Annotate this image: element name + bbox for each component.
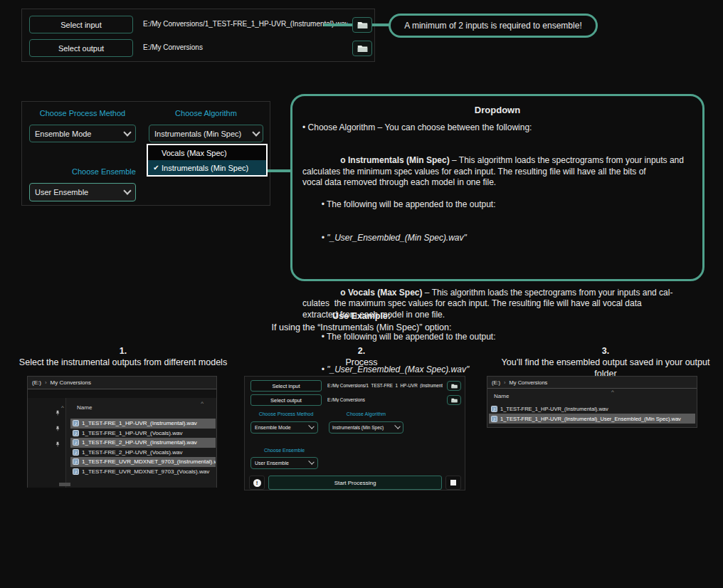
browse-input-button[interactable]: [352, 17, 372, 33]
check-icon: ✔: [151, 164, 162, 172]
folder-icon: [451, 384, 458, 389]
file-row[interactable]: 1_TEST-FRE_1_HP-UVR_(Instrumental).wav: [70, 419, 216, 429]
audio-file-icon: [73, 468, 79, 475]
algorithm-dropdown-list: Vocals (Max Spec) ✔ Instrumentals (Min S…: [147, 144, 268, 177]
nav-pane: ^: [28, 398, 66, 488]
pin-icon: [55, 421, 60, 427]
process-method-label: Choose Process Method: [29, 109, 136, 117]
ensemble-dropdown[interactable]: User Ensemble: [250, 457, 318, 469]
breadcrumb[interactable]: (E:) › My Conversions: [28, 377, 216, 389]
ensemble-dropdown[interactable]: User Ensemble: [29, 183, 136, 201]
min-spec-heading: o Instrumentals (Min Spec): [340, 155, 449, 165]
file-row[interactable]: 1_TEST-FRE_1_HP-UVR_(Vocals).wav: [70, 429, 216, 439]
ensemble-label: Choose Ensemble: [51, 167, 157, 176]
file-row[interactable]: 1_TEST-FRE_2_HP-UVR_(Instrumental).wav: [70, 438, 216, 448]
info-button[interactable]: !: [249, 476, 265, 490]
chevron-down-icon: [308, 423, 314, 429]
min-spec-output-suffix: • "_User_Ensembled_(Min Spec).wav": [302, 233, 697, 244]
breadcrumb-folder[interactable]: My Conversions: [51, 379, 91, 386]
max-spec-heading: o Vocals (Max Spec): [340, 288, 422, 298]
folder-icon: [357, 45, 368, 53]
info-section-max-spec: o Vocals (Max Spec) – This algorithm loa…: [302, 276, 697, 398]
file-name: 1_TEST-FRE_2_HP-UVR_(Vocals).wav: [82, 449, 182, 456]
folder-icon: [451, 398, 458, 403]
audio-file-icon: [73, 449, 79, 456]
file-list: 1_TEST-FRE_1_HP-UVR_(Instrumental).wav 1…: [489, 404, 695, 424]
file-name: 1_TEST-FRE_1_HP-UVR_(Instrumental).wav: [500, 406, 608, 412]
sort-ascending-icon[interactable]: ^: [201, 400, 204, 406]
dropdown-option[interactable]: ✔ Instrumentals (Min Spec): [148, 160, 266, 175]
audio-file-icon: [73, 430, 79, 436]
browse-output-button[interactable]: [447, 395, 461, 405]
ensemble-value: User Ensemble: [35, 188, 88, 196]
infobox-connector-line: [264, 169, 290, 172]
file-name: 1_TEST-FRE_1_HP-UVR_(Vocals).wav: [82, 430, 182, 436]
start-processing-button[interactable]: Start Processing: [268, 476, 442, 490]
explorer-step1: (E:) › My Conversions ^ Name ^: [27, 376, 217, 488]
audio-file-icon: [491, 406, 497, 412]
file-name: 1_TEST-FRE_UVR_MDXNET_9703_(Vocals).wav: [82, 468, 209, 475]
option-label: Instrumentals (Min Spec): [162, 164, 248, 172]
uvr-ensemble-guide: Select input E:/My Conversions/1_TEST-FR…: [0, 0, 723, 588]
algorithm-value: Instrumentals (Min Spec): [332, 425, 384, 430]
audio-file-icon: [73, 420, 79, 426]
algorithm-dropdown[interactable]: Instrumentals (Min Spec): [149, 125, 263, 142]
file-name: 1_TEST-FRE_1_HP-UVR_(Instrumental).wav: [82, 420, 197, 426]
chevron-down-icon: [123, 187, 131, 194]
ensemble-requirement-callout: A minimum of 2 inputs is required to ens…: [389, 14, 598, 38]
explorer-body: ^ Name ^ 1_TEST-FRE_1_HP-UVR_(Instrument…: [28, 398, 216, 488]
file-name: 1_TEST-FRE_2_HP-UVR_(Instrumental).wav: [82, 439, 197, 446]
breadcrumb-chevron-icon: ›: [45, 379, 47, 386]
max-spec-output-suffix: • "_User_Ensembled_(Max Spec).wav": [302, 364, 697, 376]
stop-button[interactable]: [445, 476, 461, 490]
input-path-field[interactable]: E:/My Conversions/1_TEST-FRE_1_HP-UVR_(I…: [143, 20, 348, 28]
chevron-down-icon: [308, 458, 314, 464]
name-column-header[interactable]: Name: [77, 404, 92, 411]
options-panel: Choose Process Method Choose Algorithm E…: [21, 101, 270, 206]
process-method-value: Ensemble Mode: [35, 130, 92, 138]
file-pane: Name ^ 1_TEST-FRE_1_HP-UVR_(Instrumental…: [67, 398, 216, 488]
info-icon: !: [253, 479, 261, 487]
chevron-down-icon: [123, 128, 131, 136]
file-name: 1_TEST-FRE_UVR_MDXNET_9703_(Instrumental…: [82, 458, 216, 465]
callout-text: A minimum of 2 inputs is required to ens…: [404, 21, 581, 31]
stop-icon: [450, 480, 456, 485]
step-1-header: 1. Select the instrumental outputs from …: [6, 345, 241, 368]
file-row[interactable]: 1_TEST-FRE_1_HP-UVR_(Instrumental)_User_…: [489, 414, 695, 424]
dropdown-info-box: Dropdown • Choose Algorithm – You can ch…: [290, 94, 704, 281]
scrollbar-handle[interactable]: [59, 483, 70, 486]
file-row[interactable]: 1_TEST-FRE_UVR_MDXNET_9703_(Instrumental…: [70, 457, 216, 467]
max-spec-bullet: • The following will be appended to the …: [302, 332, 697, 343]
ensemble-value: User Ensemble: [255, 461, 289, 466]
process-method-dropdown[interactable]: Ensemble Mode: [250, 421, 318, 434]
algorithm-dropdown[interactable]: Instrumentals (Min Spec): [329, 421, 403, 434]
output-path-field[interactable]: E:/My Conversions: [327, 397, 443, 402]
browse-input-button[interactable]: [447, 381, 461, 391]
output-path-field[interactable]: E:/My Conversions: [143, 43, 348, 51]
dropdown-option[interactable]: Vocals (Max Spec): [148, 145, 266, 160]
info-box-title: Dropdown: [292, 105, 702, 115]
toolbar-strip: [28, 389, 216, 398]
info-box-intro: • Choose Algorithm – You can choose betw…: [302, 122, 697, 134]
pin-icon: [55, 437, 60, 443]
select-input-button[interactable]: Select input: [29, 16, 133, 33]
file-list: 1_TEST-FRE_1_HP-UVR_(Instrumental).wav 1…: [70, 419, 216, 476]
file-row[interactable]: 1_TEST-FRE_1_HP-UVR_(Instrumental).wav: [489, 404, 695, 414]
audio-file-icon: [73, 439, 79, 446]
select-output-button[interactable]: Select output: [29, 39, 133, 57]
pin-icon: [55, 406, 60, 411]
browse-output-button[interactable]: [352, 41, 372, 56]
sort-ascending-icon[interactable]: ^: [61, 404, 64, 411]
file-row[interactable]: 1_TEST-FRE_UVR_MDXNET_9703_(Vocals).wav: [70, 467, 216, 477]
breadcrumb-drive[interactable]: (E:): [32, 379, 41, 386]
algorithm-value: Instrumentals (Min Spec): [154, 130, 241, 138]
info-section-min-spec: o Instrumentals (Min Spec) – This algori…: [302, 145, 697, 266]
folder-icon: [357, 21, 368, 29]
process-method-dropdown[interactable]: Ensemble Mode: [29, 125, 136, 142]
algorithm-label: Choose Algorithm: [329, 411, 403, 416]
option-label: Vocals (Max Spec): [162, 149, 227, 157]
min-spec-bullet: • The following will be appended to the …: [302, 199, 697, 211]
file-row[interactable]: 1_TEST-FRE_2_HP-UVR_(Vocals).wav: [70, 448, 216, 458]
algorithm-label: Choose Algorithm: [149, 109, 263, 117]
audio-file-icon: [73, 458, 79, 465]
